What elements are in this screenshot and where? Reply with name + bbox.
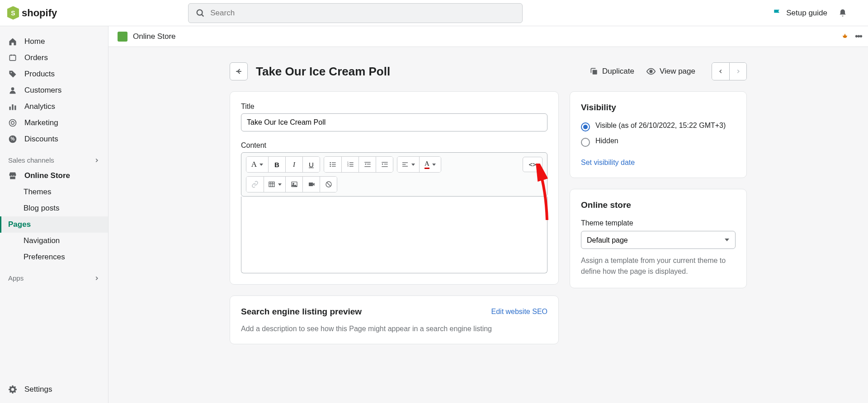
notifications-icon[interactable] bbox=[838, 8, 847, 18]
clear-format-button[interactable] bbox=[320, 177, 337, 192]
template-select[interactable]: Default page bbox=[581, 231, 736, 249]
nav-apps-header[interactable]: Apps bbox=[0, 271, 108, 286]
video-button[interactable] bbox=[302, 177, 320, 192]
color-dropdown[interactable]: A bbox=[419, 157, 441, 172]
svg-rect-27 bbox=[367, 164, 370, 164]
setup-guide-label: Setup guide bbox=[786, 9, 827, 18]
visibility-hidden-radio[interactable]: Hidden bbox=[581, 137, 736, 147]
svg-rect-2 bbox=[9, 55, 15, 61]
nav-home[interactable]: Home bbox=[0, 33, 108, 50]
nav-preferences[interactable]: Preferences bbox=[0, 249, 108, 265]
table-button[interactable] bbox=[264, 177, 285, 192]
indent-button[interactable] bbox=[376, 157, 393, 172]
search-field-wrap bbox=[188, 3, 523, 23]
nav-settings[interactable]: Settings bbox=[0, 381, 108, 398]
svg-rect-6 bbox=[12, 104, 13, 110]
back-button[interactable] bbox=[230, 62, 248, 80]
topbar-actions: Setup guide bbox=[773, 8, 847, 18]
nav-online-store-label: Online Store bbox=[24, 171, 70, 180]
nav-analytics[interactable]: Analytics bbox=[0, 98, 108, 115]
nav-marketing[interactable]: Marketing bbox=[0, 115, 108, 131]
nav-discounts-label: Discounts bbox=[24, 135, 58, 144]
nav-orders[interactable]: Orders bbox=[0, 50, 108, 66]
svg-point-8 bbox=[9, 120, 16, 127]
bullet-list-button[interactable] bbox=[324, 157, 341, 172]
chevron-right-icon bbox=[94, 157, 100, 164]
nav-products[interactable]: Products bbox=[0, 66, 108, 82]
svg-point-16 bbox=[330, 166, 331, 167]
svg-point-4 bbox=[11, 87, 14, 90]
page-header: Take Our Ice Cream Poll Duplicate View p… bbox=[230, 62, 747, 80]
nav-marketing-label: Marketing bbox=[24, 118, 58, 127]
svg-rect-31 bbox=[382, 166, 387, 167]
svg-rect-34 bbox=[402, 166, 408, 166]
pin-icon[interactable] bbox=[841, 33, 849, 41]
sidebar: Home Orders Products Customers Analytics… bbox=[0, 26, 108, 403]
template-label: Theme template bbox=[581, 219, 736, 227]
image-button[interactable] bbox=[285, 177, 302, 192]
svg-rect-17 bbox=[332, 162, 336, 163]
nav-products-label: Products bbox=[24, 70, 55, 79]
gear-icon bbox=[8, 385, 17, 394]
svg-rect-29 bbox=[382, 162, 387, 163]
store-avatar-icon bbox=[118, 32, 127, 42]
more-menu-icon[interactable]: ••• bbox=[855, 31, 862, 42]
chevron-right-icon bbox=[94, 275, 100, 281]
setup-guide-link[interactable]: Setup guide bbox=[773, 9, 827, 18]
radio-checked-icon bbox=[581, 122, 590, 131]
italic-button[interactable]: I bbox=[285, 157, 302, 172]
svg-rect-41 bbox=[309, 183, 313, 186]
content-editor[interactable] bbox=[241, 197, 547, 273]
brand-name: shopify bbox=[22, 7, 57, 19]
nav-sales-channels-header[interactable]: Sales channels bbox=[0, 153, 108, 168]
topbar: shopify Setup guide bbox=[0, 0, 868, 26]
search-input[interactable] bbox=[188, 3, 523, 23]
main-content: Online Store ••• Take Our Ice Cream Poll… bbox=[108, 26, 868, 403]
visibility-visible-radio[interactable]: Visible (as of 26/10/2022, 15:22 GMT+3) bbox=[581, 122, 736, 131]
html-code-button[interactable]: <> bbox=[523, 157, 542, 172]
eye-icon bbox=[646, 66, 656, 76]
nav-themes[interactable]: Themes bbox=[0, 184, 108, 200]
link-button[interactable] bbox=[246, 177, 264, 192]
pager bbox=[712, 62, 747, 80]
nav-blog-posts[interactable]: Blog posts bbox=[0, 200, 108, 216]
store-icon bbox=[8, 171, 17, 180]
visibility-card: Visibility Visible (as of 26/10/2022, 15… bbox=[570, 91, 747, 178]
nav-discounts[interactable]: % Discounts bbox=[0, 131, 108, 147]
nav-pages[interactable]: Pages bbox=[0, 216, 108, 233]
bold-button[interactable]: B bbox=[268, 157, 285, 172]
shopify-logo-icon bbox=[7, 6, 19, 20]
svg-line-43 bbox=[327, 183, 330, 186]
title-input[interactable] bbox=[241, 113, 547, 131]
visibility-hidden-label: Hidden bbox=[595, 137, 618, 145]
online-store-card: Online store Theme template Default page… bbox=[570, 189, 747, 288]
svg-rect-7 bbox=[14, 106, 16, 110]
numbered-list-button[interactable]: 123 bbox=[341, 157, 359, 172]
svg-text:3: 3 bbox=[347, 165, 349, 167]
format-dropdown[interactable]: A bbox=[246, 157, 268, 172]
pager-next[interactable] bbox=[729, 63, 746, 80]
view-page-button[interactable]: View page bbox=[646, 66, 695, 76]
nav-home-label: Home bbox=[24, 37, 45, 46]
seo-description: Add a description to see how this Page m… bbox=[241, 325, 547, 333]
align-dropdown[interactable] bbox=[397, 157, 419, 172]
nav-navigation[interactable]: Navigation bbox=[0, 233, 108, 249]
radio-unchecked-icon bbox=[581, 138, 590, 147]
nav-customers[interactable]: Customers bbox=[0, 82, 108, 98]
svg-rect-33 bbox=[402, 164, 406, 164]
brand-logo[interactable]: shopify bbox=[7, 6, 57, 20]
set-visibility-date-link[interactable]: Set visibility date bbox=[581, 159, 635, 167]
nav-online-store[interactable]: Online Store bbox=[0, 168, 108, 184]
store-bar: Online Store ••• bbox=[108, 26, 868, 47]
edit-seo-link[interactable]: Edit website SEO bbox=[491, 308, 548, 316]
store-bar-title: Online Store bbox=[133, 32, 176, 41]
svg-point-0 bbox=[197, 9, 203, 15]
pager-prev[interactable] bbox=[712, 63, 729, 80]
svg-rect-30 bbox=[384, 164, 387, 164]
duplicate-button[interactable]: Duplicate bbox=[590, 67, 634, 76]
underline-button[interactable]: U bbox=[302, 157, 320, 172]
title-label: Title bbox=[241, 103, 547, 111]
outdent-button[interactable] bbox=[359, 157, 376, 172]
marketing-icon bbox=[8, 118, 17, 127]
svg-rect-23 bbox=[349, 162, 354, 163]
